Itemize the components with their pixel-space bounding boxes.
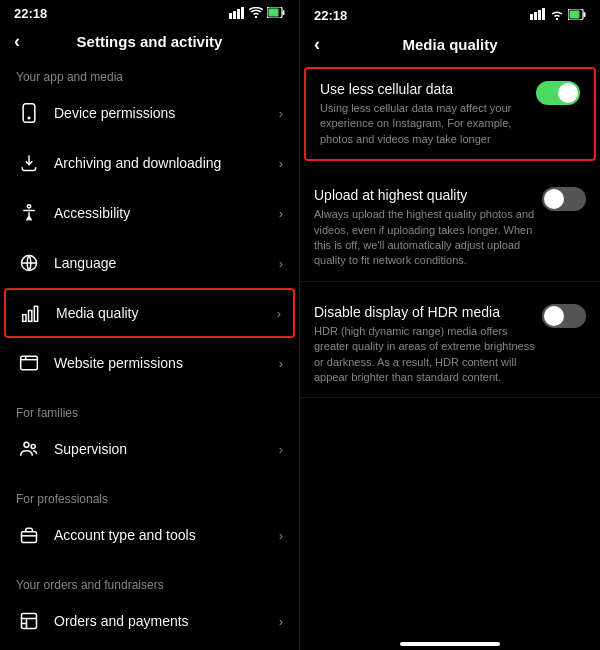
svg-rect-11 [23, 315, 26, 322]
language-label: Language [54, 255, 279, 271]
chevron-icon: › [279, 106, 283, 121]
section-label-professionals: For professionals [0, 482, 299, 510]
orders-icon [16, 608, 42, 634]
accessibility-label: Accessibility [54, 205, 279, 221]
section-label-families: For families [0, 396, 299, 424]
svg-rect-12 [29, 311, 32, 322]
chevron-icon: › [279, 156, 283, 171]
right-battery-icon [568, 9, 586, 22]
right-header: ‹ Media quality [300, 28, 600, 63]
svg-rect-3 [241, 7, 244, 19]
media-quality-label: Media quality [56, 305, 277, 321]
website-permissions-label: Website permissions [54, 355, 279, 371]
section-label-orders: Your orders and fundraisers [0, 568, 299, 596]
globe-icon [16, 350, 42, 376]
svg-rect-33 [584, 12, 586, 17]
chevron-icon: › [279, 356, 283, 371]
menu-item-language[interactable]: Language › [0, 238, 299, 288]
setting-cellular-data: Use less cellular data Using less cellul… [304, 67, 596, 161]
menu-item-orders[interactable]: Orders and payments › [0, 596, 299, 646]
svg-rect-29 [534, 12, 537, 20]
chevron-icon: › [279, 442, 283, 457]
left-panel: 22:18 ‹ Settings and activity Your app a… [0, 0, 300, 650]
right-bottom-indicator [400, 642, 500, 646]
chevron-icon: › [279, 528, 283, 543]
battery-icon [267, 7, 285, 20]
orders-label: Orders and payments [54, 613, 279, 629]
svg-rect-28 [530, 14, 533, 20]
svg-rect-13 [34, 306, 37, 321]
briefcase-icon [16, 522, 42, 548]
account-type-label: Account type and tools [54, 527, 279, 543]
section-label-app-media: Your app and media [0, 60, 299, 88]
right-wifi-icon [550, 9, 564, 22]
supervision-label: Supervision [54, 441, 279, 457]
chevron-icon: › [279, 256, 283, 271]
chevron-icon: › [279, 614, 283, 629]
svg-point-9 [27, 205, 30, 208]
cellular-data-toggle[interactable] [536, 81, 580, 105]
wifi-icon [249, 7, 263, 20]
left-back-arrow[interactable]: ‹ [14, 31, 20, 52]
right-panel: 22:18 ‹ Media quality Use less cellular … [300, 0, 600, 650]
menu-item-accessibility[interactable]: Accessibility › [0, 188, 299, 238]
upload-quality-info: Upload at highest quality Always upload … [314, 187, 542, 269]
setting-upload-quality: Upload at highest quality Always upload … [300, 175, 600, 282]
menu-item-media-quality[interactable]: Media quality › [4, 288, 295, 338]
setting-hdr-display: Disable display of HDR media HDR (high d… [300, 292, 600, 399]
right-back-arrow[interactable]: ‹ [314, 34, 320, 55]
svg-rect-14 [21, 356, 38, 369]
svg-rect-34 [570, 10, 580, 18]
hdr-display-info: Disable display of HDR media HDR (high d… [314, 304, 542, 386]
right-status-bar: 22:18 [300, 0, 600, 28]
signal-icon [229, 7, 245, 21]
cellular-data-title: Use less cellular data Using less cellul… [320, 81, 536, 147]
svg-point-8 [28, 117, 30, 119]
chevron-icon: › [279, 206, 283, 221]
language-icon [16, 250, 42, 276]
supervision-icon [16, 436, 42, 462]
right-signal-icon [530, 8, 546, 22]
download-icon [16, 150, 42, 176]
accessibility-icon [16, 200, 42, 226]
svg-rect-31 [542, 8, 545, 20]
svg-rect-5 [283, 10, 285, 15]
upload-quality-toggle[interactable] [542, 187, 586, 211]
chart-icon [18, 300, 44, 326]
chevron-icon: › [277, 306, 281, 321]
menu-item-archiving[interactable]: Archiving and downloading › [0, 138, 299, 188]
svg-rect-1 [233, 11, 236, 19]
left-header: ‹ Settings and activity [0, 25, 299, 60]
svg-rect-18 [22, 614, 37, 629]
menu-item-website-permissions[interactable]: Website permissions › [0, 338, 299, 388]
hdr-display-toggle[interactable] [542, 304, 586, 328]
svg-point-15 [24, 442, 29, 447]
right-status-icons [530, 8, 586, 22]
phone-icon [16, 100, 42, 126]
svg-rect-2 [237, 9, 240, 19]
left-header-title: Settings and activity [77, 33, 223, 50]
archiving-label: Archiving and downloading [54, 155, 279, 171]
device-permissions-label: Device permissions [54, 105, 279, 121]
svg-rect-6 [269, 9, 279, 17]
svg-rect-30 [538, 10, 541, 20]
left-time: 22:18 [14, 6, 47, 21]
right-time: 22:18 [314, 8, 347, 23]
menu-item-device-permissions[interactable]: Device permissions › [0, 88, 299, 138]
menu-item-supervision[interactable]: Supervision › [0, 424, 299, 474]
svg-rect-17 [22, 532, 37, 543]
right-header-title: Media quality [402, 36, 497, 53]
svg-point-16 [31, 444, 35, 448]
svg-rect-0 [229, 13, 232, 19]
left-status-icons [229, 7, 285, 21]
left-status-bar: 22:18 [0, 0, 299, 25]
menu-item-account-type[interactable]: Account type and tools › [0, 510, 299, 560]
